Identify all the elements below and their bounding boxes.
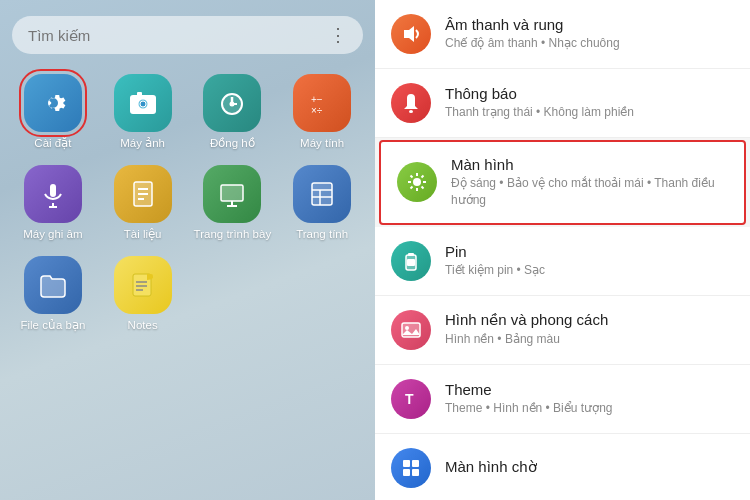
settings-subtitle-hinhnenvaphongcach: Hình nền • Bảng màu [445,331,734,348]
settings-text-hinhnenvaphongcach: Hình nền và phong cáchHình nền • Bảng mà… [445,311,734,348]
settings-text-manhinhcho: Màn hình chờ [445,458,734,478]
svg-point-30 [409,110,413,113]
settings-icon-amthanh [391,14,431,54]
settings-subtitle-manhinh: Độ sáng • Bảo vệ cho mắt thoải mái • Tha… [451,175,728,209]
app-item-trangTrinhBay[interactable]: Trang trình bày [192,165,274,242]
app-item-mayGhiAm[interactable]: Máy ghi âm [12,165,94,242]
app-item-trangTinh[interactable]: Trang tính [281,165,363,242]
app-item-fileCuaBan[interactable]: File của bạn [12,256,94,333]
settings-subtitle-pin: Tiết kiệm pin • Sạc [445,262,734,279]
settings-item-thongbao[interactable]: Thông báoThanh trạng thái • Không làm ph… [375,69,750,138]
svg-rect-18 [221,185,243,201]
app-icon-caidat [24,74,82,132]
app-label-fileCuaBan: File của bạn [20,319,85,333]
right-panel: Âm thanh và rungChế độ âm thanh • Nhạc c… [375,0,750,500]
app-item-mayTinh[interactable]: +− ×÷ Máy tính [281,74,363,151]
app-icon-fileCuaBan [24,256,82,314]
settings-item-pin[interactable]: PinTiết kiệm pin • Sạc [375,227,750,296]
svg-text:T: T [405,391,414,407]
app-icon-notes [114,256,172,314]
svg-rect-46 [403,460,410,467]
app-item-caidat[interactable]: Cài đặt [12,74,94,151]
settings-icon-hinhnenvaphongcach [391,310,431,350]
svg-line-38 [422,176,424,178]
settings-item-theme[interactable]: T ThemeTheme • Hình nền • Biểu tượng [375,365,750,434]
app-label-mayGhiAm: Máy ghi âm [23,228,82,242]
svg-rect-47 [412,460,419,467]
svg-rect-21 [312,183,332,205]
svg-line-37 [422,187,424,189]
settings-icon-manhinhcho [391,448,431,488]
svg-rect-49 [412,469,419,476]
settings-icon-pin [391,241,431,281]
app-icon-mayGhiAm [24,165,82,223]
left-panel: ⋮ Cài đặt Máy ảnh Đồng hồ +− ×÷ Máy tính… [0,0,375,500]
app-item-taiLieu[interactable]: Tài liệu [102,165,184,242]
app-label-mayTinh: Máy tính [300,137,344,151]
app-item-notes[interactable]: Notes [102,256,184,333]
app-icon-taiLieu [114,165,172,223]
svg-rect-48 [403,469,410,476]
settings-title-pin: Pin [445,243,734,260]
settings-text-manhinh: Màn hìnhĐộ sáng • Bảo vệ cho mắt thoải m… [451,156,728,209]
svg-rect-3 [137,92,142,96]
settings-title-manhinh: Màn hình [451,156,728,173]
svg-point-4 [149,98,152,101]
dots-icon[interactable]: ⋮ [329,24,347,46]
settings-text-theme: ThemeTheme • Hình nền • Biểu tượng [445,381,734,417]
app-item-mayAnh[interactable]: Máy ảnh [102,74,184,151]
svg-marker-29 [404,26,414,42]
settings-title-manhinhcho: Màn hình chờ [445,458,734,476]
app-icon-dongHo [203,74,261,132]
settings-icon-thongbao [391,83,431,123]
app-label-trangTinh: Trang tính [296,228,348,242]
app-label-mayAnh: Máy ảnh [120,137,165,151]
search-input[interactable] [28,27,329,44]
svg-point-31 [413,178,421,186]
settings-icon-theme: T [391,379,431,419]
app-grid: Cài đặt Máy ảnh Đồng hồ +− ×÷ Máy tính M… [12,74,363,332]
settings-item-manhinh[interactable]: Màn hìnhĐộ sáng • Bảo vệ cho mắt thoải m… [379,140,746,225]
app-label-trangTrinhBay: Trang trình bày [194,228,272,242]
settings-title-theme: Theme [445,381,734,398]
app-icon-trangTrinhBay [203,165,261,223]
svg-text:×÷: ×÷ [311,105,323,116]
app-icon-trangTinh [293,165,351,223]
svg-point-2 [140,101,146,107]
settings-subtitle-thongbao: Thanh trạng thái • Không làm phiền [445,104,734,121]
svg-rect-41 [408,253,414,256]
app-icon-mayTinh: +− ×÷ [293,74,351,132]
app-label-dongHo: Đồng hồ [210,137,255,151]
settings-icon-manhinh [397,162,437,202]
app-label-caidat: Cài đặt [34,137,71,151]
app-item-dongHo[interactable]: Đồng hồ [192,74,274,151]
settings-item-amthanh[interactable]: Âm thanh và rungChế độ âm thanh • Nhạc c… [375,0,750,69]
svg-point-44 [405,326,409,330]
settings-subtitle-theme: Theme • Hình nền • Biểu tượng [445,400,734,417]
settings-title-thongbao: Thông báo [445,85,734,102]
settings-item-hinhnenvaphongcach[interactable]: Hình nền và phong cáchHình nền • Bảng mà… [375,296,750,365]
app-label-taiLieu: Tài liệu [124,228,162,242]
svg-line-39 [411,187,413,189]
svg-point-8 [231,103,234,106]
settings-title-hinhnenvaphongcach: Hình nền và phong cách [445,311,734,329]
svg-text:+−: +− [311,94,323,105]
app-icon-mayAnh [114,74,172,132]
search-bar[interactable]: ⋮ [12,16,363,54]
settings-text-pin: PinTiết kiệm pin • Sạc [445,243,734,279]
settings-item-manhinhcho[interactable]: Màn hình chờ [375,434,750,500]
settings-text-amthanh: Âm thanh và rungChế độ âm thanh • Nhạc c… [445,16,734,52]
settings-text-thongbao: Thông báoThanh trạng thái • Không làm ph… [445,85,734,121]
svg-rect-42 [407,259,415,266]
settings-title-amthanh: Âm thanh và rung [445,16,734,33]
svg-line-36 [411,176,413,178]
app-label-notes: Notes [128,319,158,333]
svg-rect-11 [50,184,56,197]
settings-subtitle-amthanh: Chế độ âm thanh • Nhạc chuông [445,35,734,52]
